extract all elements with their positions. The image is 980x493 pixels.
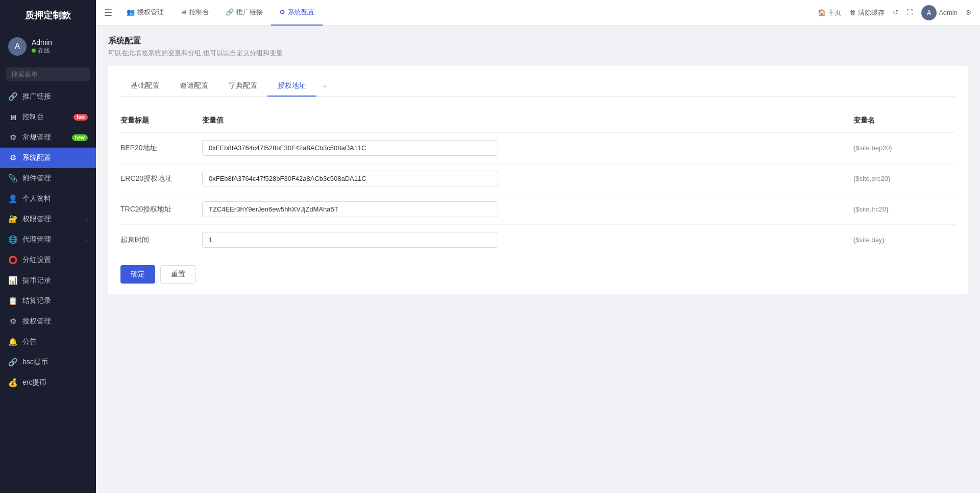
search-input[interactable] — [11, 71, 96, 78]
topnav-tab-authmanage[interactable]: 👥授权管理 — [118, 0, 172, 26]
sidebar-item-auth[interactable]: ⚙ 授权管理 — [0, 311, 96, 332]
field-value-3 — [202, 232, 853, 248]
sidebar-label-bsc: bsc提币 — [22, 358, 88, 367]
sidebar-item-dividend[interactable]: ⭕ 分红设置 — [0, 250, 96, 270]
sidebar-icon-dividend: ⭕ — [8, 255, 17, 265]
field-varname-3: {$site.day} — [853, 236, 955, 244]
tab-label-promote: 推广链接 — [236, 8, 263, 17]
sidebar-item-promote[interactable]: 🔗 推广链接 — [0, 86, 96, 107]
settings-icon: ⚙ — [966, 9, 972, 16]
field-value-0 — [202, 140, 853, 156]
sidebar-item-permission[interactable]: 🔐 权限管理 ‹ — [0, 209, 96, 229]
field-label-2: TRC20授权地址 — [120, 205, 202, 214]
sidebar-icon-promote: 🔗 — [8, 92, 17, 101]
sidebar-label-sysconfig: 系统配置 — [22, 153, 88, 162]
home-link[interactable]: 🏠 主页 — [818, 8, 841, 17]
config-tab-dict[interactable]: 字典配置 — [218, 76, 267, 97]
sidebar-menu: 🔗 推广链接 🖥 控制台 hot ⚙ 常规管理 new ⚙ 系统配置 📎 附件管… — [0, 86, 96, 493]
sidebar-icon-permission: 🔐 — [8, 215, 17, 224]
username: Admin — [32, 38, 52, 46]
sidebar-label-general: 常规管理 — [22, 133, 70, 142]
badge-new: new — [72, 134, 88, 141]
user-info: Admin 在线 — [32, 38, 52, 55]
topnav-tab-dashboard[interactable]: 🖥控制台 — [172, 0, 217, 26]
sidebar-icon-withdraw: 📊 — [8, 276, 17, 285]
confirm-button[interactable]: 确定 — [120, 265, 155, 284]
sidebar-item-profile[interactable]: 👤 个人资料 — [0, 189, 96, 209]
main-area: ☰ 👥授权管理🖥控制台🔗推广链接⚙系统配置 🏠 主页 🗑 清除缓存 ↺ ⛶ A … — [96, 0, 980, 493]
user-status: 在线 — [32, 46, 52, 55]
sidebar-item-general[interactable]: ⚙ 常规管理 new — [0, 127, 96, 148]
status-dot — [32, 49, 36, 53]
field-label-1: ERC20授权地址 — [120, 174, 202, 183]
sidebar-icon-settle: 📋 — [8, 296, 17, 306]
config-tab-authaddr[interactable]: 授权地址 — [267, 76, 316, 97]
fullscreen-button[interactable]: ⛶ — [906, 9, 913, 16]
sidebar-icon-general: ⚙ — [8, 133, 17, 142]
search-box[interactable]: 🔍 — [6, 67, 90, 81]
sidebar-label-agent: 代理管理 — [22, 235, 86, 244]
content: 系统配置 可以在此填改系统的变量和分组,也可以以自定义分组和变量 基础配置邀请配… — [96, 26, 980, 493]
sidebar-item-attachment[interactable]: 📎 附件管理 — [0, 168, 96, 189]
tab-icon-promote: 🔗 — [226, 8, 234, 16]
field-varname-0: {$site.bep20} — [853, 144, 955, 152]
field-input-0[interactable] — [202, 140, 498, 156]
fullscreen-icon: ⛶ — [906, 9, 913, 16]
page-desc: 可以在此填改系统的变量和分组,也可以以自定义分组和变量 — [108, 49, 968, 58]
topnav-tab-sysconfig[interactable]: ⚙系统配置 — [271, 0, 323, 26]
arrow-icon: ‹ — [86, 216, 88, 222]
sidebar-label-announce: 公告 — [22, 337, 88, 346]
sidebar: 质押定制款 A Admin 在线 🔍 🔗 推广链接 🖥 控制台 hot ⚙ 常规… — [0, 0, 96, 493]
sidebar-icon-dashboard: 🖥 — [8, 113, 17, 122]
sidebar-icon-bsc: 🔗 — [8, 358, 17, 367]
sidebar-label-auth: 授权管理 — [22, 317, 88, 326]
table-header: 变量标题 变量值 变量名 — [120, 109, 955, 133]
table-row: TRC20授权地址 {$site.trc20} — [120, 194, 955, 225]
sidebar-item-announce[interactable]: 🔔 公告 — [0, 332, 96, 352]
tab-label-sysconfig: 系统配置 — [288, 8, 314, 17]
field-input-3[interactable] — [202, 232, 498, 248]
sidebar-user: A Admin 在线 — [0, 31, 96, 62]
sidebar-logo: 质押定制款 — [0, 0, 96, 31]
sidebar-label-erc: erc提币 — [22, 378, 88, 387]
sidebar-icon-auth: ⚙ — [8, 317, 17, 326]
field-varname-2: {$site.trc20} — [853, 205, 955, 213]
sidebar-label-dividend: 分红设置 — [22, 255, 88, 265]
sidebar-item-settle[interactable]: 📋 结算记录 — [0, 291, 96, 311]
col-label-header: 变量标题 — [120, 116, 202, 125]
table-row: BEP20地址 {$site.bep20} — [120, 133, 955, 163]
settings-icon-btn[interactable]: ⚙ — [966, 9, 972, 16]
field-input-1[interactable] — [202, 171, 498, 186]
clear-cache-button[interactable]: 🗑 清除缓存 — [849, 8, 885, 17]
sidebar-item-sysconfig[interactable]: ⚙ 系统配置 — [0, 148, 96, 168]
tab-label-dashboard: 控制台 — [189, 8, 209, 17]
sidebar-label-dashboard: 控制台 — [22, 112, 71, 122]
config-tab-add[interactable]: + — [316, 78, 333, 95]
main-card: 基础配置邀请配置字典配置授权地址+ 变量标题 变量值 变量名 BEP20地址 {… — [108, 66, 968, 294]
refresh-icon-btn[interactable]: ↺ — [893, 9, 898, 16]
reset-button[interactable]: 重置 — [160, 265, 196, 284]
sidebar-icon-agent: 🌐 — [8, 235, 17, 244]
menu-toggle-icon[interactable]: ☰ — [104, 7, 112, 18]
sidebar-item-erc[interactable]: 💰 erc提币 — [0, 372, 96, 393]
sidebar-icon-attachment: 📎 — [8, 174, 17, 183]
field-value-1 — [202, 171, 853, 186]
sidebar-item-dashboard[interactable]: 🖥 控制台 hot — [0, 107, 96, 127]
arrow-icon: ‹ — [86, 237, 88, 243]
badge-hot: hot — [74, 114, 88, 121]
topnav-tabs: 👥授权管理🖥控制台🔗推广链接⚙系统配置 — [118, 0, 818, 26]
sidebar-icon-erc: 💰 — [8, 378, 17, 387]
config-tab-invite[interactable]: 邀请配置 — [169, 76, 218, 97]
tab-icon-sysconfig: ⚙ — [279, 8, 285, 16]
field-varname-1: {$site.erc20} — [853, 175, 955, 182]
admin-user[interactable]: A Admin — [921, 5, 958, 20]
sidebar-label-promote: 推广链接 — [22, 92, 88, 101]
config-tab-basic[interactable]: 基础配置 — [120, 76, 169, 97]
sidebar-label-profile: 个人资料 — [22, 194, 88, 203]
sidebar-item-withdraw[interactable]: 📊 提币记录 — [0, 270, 96, 291]
home-icon: 🏠 — [818, 9, 826, 16]
topnav-tab-promote[interactable]: 🔗推广链接 — [217, 0, 271, 26]
field-input-2[interactable] — [202, 201, 498, 217]
sidebar-item-bsc[interactable]: 🔗 bsc提币 — [0, 352, 96, 372]
sidebar-item-agent[interactable]: 🌐 代理管理 ‹ — [0, 229, 96, 250]
